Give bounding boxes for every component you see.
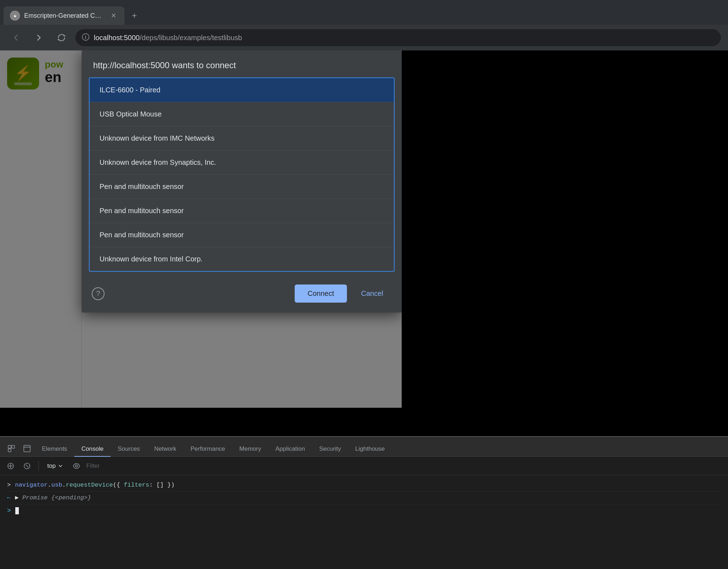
browser-chrome: ● Emscripten-Generated Code ✕ + [0, 0, 728, 50]
svg-rect-4 [8, 445, 11, 448]
console-prompt: > [7, 507, 11, 514]
eye-visibility-button[interactable] [70, 460, 83, 472]
devtools-tab-application[interactable]: Application [268, 442, 312, 457]
devtools-console: > navigator.usb.requestDevice({ filters:… [0, 475, 728, 569]
device-item[interactable]: ILCE-6600 - Paired [90, 78, 394, 102]
console-clear-button[interactable] [4, 460, 17, 472]
url-path: /deps/libusb/examples/testlibusb [140, 34, 242, 42]
connect-button[interactable]: Connect [295, 284, 347, 303]
device-item[interactable]: Unknown device from IMC Networks [90, 126, 394, 151]
device-name: USB Optical Mouse [100, 110, 162, 118]
device-name: Pen and multitouch sensor [100, 231, 184, 239]
forward-button[interactable] [30, 29, 48, 47]
console-input-line[interactable]: > [7, 504, 721, 517]
device-item[interactable]: Pen and multitouch sensor [90, 199, 394, 223]
devtools-toolbar: top [0, 457, 728, 475]
svg-rect-7 [24, 445, 30, 452]
svg-text:i: i [85, 34, 86, 39]
device-name: Unknown device from Synaptics, Inc. [100, 158, 216, 166]
device-name: Pen and multitouch sensor [100, 207, 184, 215]
device-item[interactable]: Unknown device from Synaptics, Inc. [90, 151, 394, 175]
device-name: ILCE-6600 - Paired [100, 86, 160, 94]
device-item[interactable]: USB Optical Mouse [90, 102, 394, 126]
svg-line-13 [26, 465, 28, 467]
help-icon[interactable]: ? [92, 287, 105, 300]
device-name: Unknown device from IMC Networks [100, 134, 214, 142]
devtools-panel: Elements Console Sources Network Perform… [0, 436, 728, 569]
devtools-dock-button[interactable] [19, 441, 35, 456]
url-domain: localhost:5000 [94, 34, 140, 42]
device-name: Pen and multitouch sensor [100, 183, 184, 190]
console-code: navigator.usb.requestDevice({ filters: [… [15, 480, 175, 490]
svg-rect-6 [8, 449, 11, 452]
tab-close-button[interactable]: ✕ [109, 11, 118, 20]
console-input-arrow: > [7, 480, 11, 490]
reload-button[interactable] [53, 29, 70, 47]
back-button[interactable] [7, 29, 25, 47]
console-result-arrow: ← [7, 493, 11, 503]
console-stop-button[interactable] [21, 460, 33, 472]
devtools-tab-memory[interactable]: Memory [232, 442, 268, 457]
device-item[interactable]: Pen and multitouch sensor [90, 223, 394, 247]
console-entry-promise: ← ▶ Promise {<pending>} [7, 492, 721, 504]
console-entry-input: > navigator.usb.requestDevice({ filters:… [7, 479, 721, 492]
browser-tab[interactable]: ● Emscripten-Generated Code ✕ [4, 6, 124, 25]
tab-title: Emscripten-Generated Code [24, 12, 105, 20]
svg-text:●: ● [14, 13, 16, 18]
devtools-tab-lighthouse[interactable]: Lighthouse [348, 442, 392, 457]
device-name: Unknown device from Intel Corp. [100, 255, 203, 263]
devtools-tab-console[interactable]: Console [74, 442, 111, 457]
cancel-button[interactable]: Cancel [353, 284, 392, 303]
main-content: pow en http://localhost:5000 wants to co… [0, 50, 728, 436]
device-list: ILCE-6600 - Paired USB Optical Mouse Unk… [89, 77, 395, 272]
console-promise-result: ▶ Promise {<pending>} [15, 493, 91, 503]
tab-bar: ● Emscripten-Generated Code ✕ + [0, 0, 728, 25]
nav-bar: i localhost:5000/deps/libusb/examples/te… [0, 25, 728, 50]
console-filter-input[interactable] [86, 462, 724, 470]
svg-point-14 [75, 465, 77, 467]
devtools-tabs: Elements Console Sources Network Perform… [0, 437, 728, 457]
address-url: localhost:5000/deps/libusb/examples/test… [94, 34, 714, 42]
tab-favicon: ● [10, 11, 20, 21]
toolbar-divider [38, 461, 39, 471]
top-context-label: top [47, 462, 56, 470]
device-item[interactable]: Pen and multitouch sensor [90, 175, 394, 199]
address-bar[interactable]: i localhost:5000/deps/libusb/examples/te… [75, 29, 721, 46]
devtools-tab-network[interactable]: Network [147, 442, 183, 457]
dialog-footer: ? Connect Cancel [82, 279, 402, 313]
devtools-tab-elements[interactable]: Elements [35, 442, 74, 457]
address-info-icon: i [82, 33, 90, 43]
devtools-select-button[interactable] [4, 441, 19, 456]
device-item[interactable]: Unknown device from Intel Corp. [90, 247, 394, 271]
new-tab-button[interactable]: + [127, 8, 142, 23]
devtools-tab-performance[interactable]: Performance [183, 442, 232, 457]
devtools-tab-security[interactable]: Security [312, 442, 348, 457]
devtools-tab-sources[interactable]: Sources [111, 442, 147, 457]
svg-rect-5 [12, 445, 15, 448]
dialog-buttons: Connect Cancel [295, 284, 392, 303]
console-cursor [15, 507, 19, 514]
top-context-selector[interactable]: top [44, 461, 66, 471]
dialog-title: http://localhost:5000 wants to connect [82, 50, 402, 77]
usb-device-dialog: http://localhost:5000 wants to connect I… [82, 50, 402, 313]
